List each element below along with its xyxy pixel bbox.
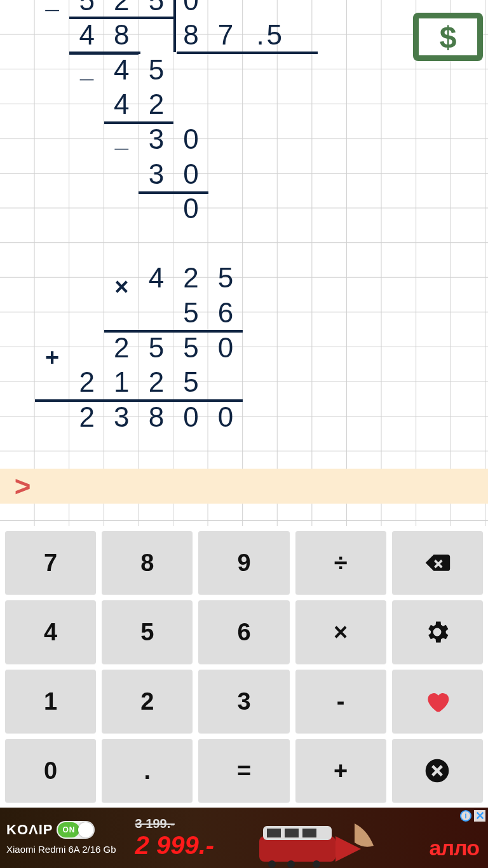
digit-cell: 5 (208, 261, 243, 296)
close-icon (423, 757, 451, 785)
svg-rect-4 (285, 829, 299, 837)
digit-cell: 5 (173, 330, 208, 365)
key-2[interactable]: 2 (102, 670, 193, 733)
key-dot[interactable]: . (102, 739, 193, 803)
digit-cell: 3 (139, 121, 173, 156)
rule-line (35, 399, 243, 402)
ad-toggle-icon: ON (57, 821, 95, 839)
key-clear[interactable] (392, 739, 483, 803)
key-8[interactable]: 8 (102, 531, 193, 595)
digit-cell: 0 (173, 191, 208, 226)
rule-line (173, 0, 176, 52)
prompt-caret[interactable]: > (5, 469, 40, 504)
key-sub[interactable]: - (295, 670, 386, 733)
ad-partner-logo: алло (430, 836, 479, 860)
digit-cell: 4 (69, 18, 104, 53)
rule-line (69, 17, 175, 19)
digit-cell: 4 (104, 52, 139, 87)
digit-cell: 0 (173, 156, 208, 191)
digit-cell: 2 (139, 365, 173, 400)
digit-cell: 8 (104, 18, 139, 53)
digit-cell: 4 (139, 261, 173, 296)
digit-cell: 5 (139, 330, 173, 365)
key-9[interactable]: 9 (198, 531, 289, 595)
svg-point-8 (287, 860, 295, 868)
key-7[interactable]: 7 (5, 531, 96, 595)
digit-cell: 3 (139, 156, 173, 191)
digit-cell: 5 (173, 365, 208, 400)
ad-close-icon[interactable]: ✕ (474, 810, 485, 822)
ad-brand: KOΛIP (6, 822, 53, 838)
digit-cell: 0 (173, 399, 208, 434)
key-3[interactable]: 3 (198, 670, 289, 733)
key-0[interactable]: 0 (5, 739, 96, 803)
digit-cell: 3 (104, 399, 139, 434)
digit-cell: 2 (104, 0, 139, 18)
ad-info-icon[interactable]: i (460, 810, 471, 822)
key-eq[interactable]: = (198, 739, 289, 803)
digit-cell: 2 (139, 87, 173, 122)
rule-line (177, 52, 318, 54)
svg-point-9 (313, 860, 320, 868)
key-5[interactable]: 5 (102, 600, 193, 664)
key-backspace[interactable] (392, 531, 483, 595)
digit-cell: _ (104, 121, 139, 156)
svg-point-7 (268, 860, 276, 868)
digit-cell: 2 (69, 399, 104, 434)
digit-cell: × (104, 270, 139, 305)
digit-cell: 0 (208, 330, 243, 365)
digit-cell: 5 (257, 18, 292, 53)
digit-cell: 5 (139, 0, 173, 18)
svg-rect-3 (267, 829, 281, 837)
key-1[interactable]: 1 (5, 670, 96, 733)
digit-cell: 0 (173, 121, 208, 156)
digit-cell: 2 (104, 330, 139, 365)
ad-new-price: 2 999.- (135, 831, 215, 860)
calculation-canvas: 5250_4887.545_4230_300425×562550+2125238… (0, 0, 488, 526)
rule-line (69, 52, 140, 54)
digit-cell: 6 (208, 295, 243, 330)
ad-train-illustration (253, 817, 380, 868)
ad-old-price: 3 199.- (135, 816, 175, 831)
keypad: 789÷456×123-0.=+ (0, 526, 488, 808)
gear-icon (423, 618, 451, 646)
dollar-icon: $ (440, 20, 457, 55)
key-4[interactable]: 4 (5, 600, 96, 664)
digit-layer: 5250_4887.545_4230_300425×562550+2125238… (0, 0, 488, 526)
digit-cell: 5 (173, 295, 208, 330)
ad-toggle-on: ON (58, 822, 79, 837)
svg-rect-5 (302, 829, 316, 837)
digit-cell: _ (35, 0, 70, 18)
digit-cell: 2 (173, 261, 208, 296)
rule-line (104, 121, 173, 124)
heart-icon (423, 687, 451, 715)
backspace-icon (423, 549, 451, 577)
key-favorite[interactable] (392, 670, 483, 733)
digit-cell: 8 (173, 18, 208, 53)
ad-banner[interactable]: KOΛIP ON Xiaomi Redmi 6A 2/16 Gb 3 199.-… (0, 808, 488, 868)
digit-cell: _ (69, 52, 104, 87)
digit-cell: 7 (208, 18, 243, 53)
digit-cell: 5 (69, 0, 104, 18)
digit-cell: 2 (69, 365, 104, 400)
digit-cell: 5 (139, 52, 173, 87)
rule-line (104, 330, 243, 333)
digit-cell: 4 (104, 87, 139, 122)
digit-cell: + (35, 340, 70, 375)
rule-line (139, 191, 208, 194)
key-mul[interactable]: × (295, 600, 386, 664)
ad-subtitle: Xiaomi Redmi 6A 2/16 Gb (6, 844, 116, 855)
key-add[interactable]: + (295, 739, 386, 803)
digit-cell: 1 (104, 365, 139, 400)
key-6[interactable]: 6 (198, 600, 289, 664)
key-settings[interactable] (392, 600, 483, 664)
money-badge[interactable]: $ (413, 13, 483, 61)
digit-cell: 0 (173, 0, 208, 18)
digit-cell: 8 (139, 399, 173, 434)
digit-cell: 0 (208, 399, 243, 434)
key-div[interactable]: ÷ (295, 531, 386, 595)
